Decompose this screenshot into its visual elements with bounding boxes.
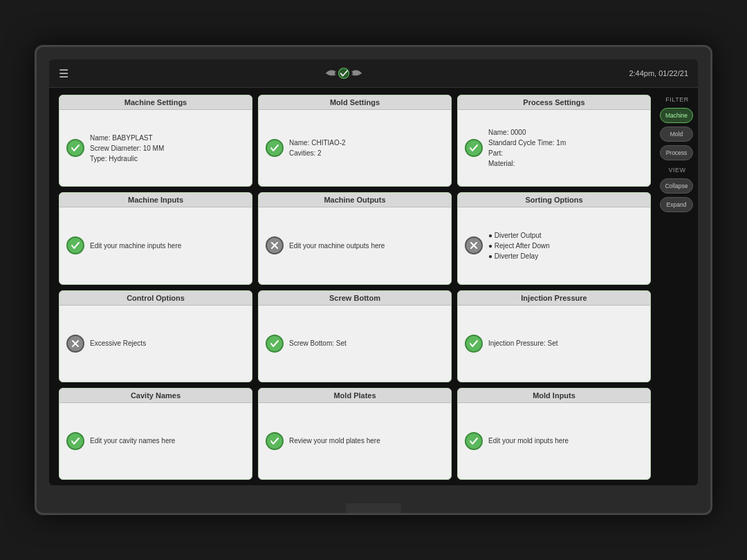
card-sorting-options-status-icon — [465, 236, 483, 254]
view-expand-button[interactable]: Expand — [660, 197, 693, 212]
card-machine-settings-status-icon — [66, 139, 84, 157]
card-process-settings-body: Name: 0000Standard Cycle Time: 1mPart:Ma… — [458, 110, 650, 186]
card-mold-settings[interactable]: Mold SettingsName: CHITIAO-2Cavities: 2 — [258, 95, 452, 187]
card-mold-plates-title: Mold Plates — [259, 389, 451, 403]
main-content: Machine SettingsName: BABYPLASTScrew Dia… — [49, 88, 698, 485]
card-control-options[interactable]: Control OptionsExcessive Rejects — [59, 290, 252, 382]
card-control-options-title: Control Options — [59, 291, 252, 306]
card-cavity-names-text: Edit your cavity names here — [90, 436, 175, 446]
card-machine-outputs-status-icon — [266, 236, 284, 254]
card-machine-inputs-status-icon — [66, 236, 84, 254]
menu-icon[interactable]: ☰ — [59, 67, 68, 80]
card-process-settings-text: Name: 0000Standard Cycle Time: 1mPart:Ma… — [488, 127, 566, 169]
card-injection-pressure-status-icon — [465, 335, 483, 353]
card-control-options-status-icon — [66, 335, 84, 353]
card-mold-inputs-title: Mold Inputs — [458, 389, 650, 403]
header-left: ☰ — [59, 67, 68, 80]
card-sorting-options-title: Sorting Options — [458, 193, 650, 207]
card-mold-settings-status-icon — [266, 139, 284, 157]
cards-grid: Machine SettingsName: BABYPLASTScrew Dia… — [49, 88, 656, 485]
card-sorting-options-text: ● Diverter Output● Reject After Down● Di… — [488, 230, 550, 261]
card-process-settings-status-icon — [465, 139, 483, 157]
card-process-settings-title: Process Settings — [458, 95, 650, 110]
view-collapse-button[interactable]: Collapse — [660, 178, 693, 194]
card-machine-inputs[interactable]: Machine InputsEdit your machine inputs h… — [59, 192, 252, 284]
view-label: VIEW — [660, 167, 694, 174]
card-process-settings[interactable]: Process SettingsName: 0000Standard Cycle… — [457, 95, 651, 187]
card-screw-bottom-text: Screw Bottom: Set — [289, 338, 347, 348]
filter-label: FILTER — [660, 96, 694, 103]
filter-process-button[interactable]: Process — [660, 145, 693, 160]
card-injection-pressure-title: Injection Pressure — [458, 291, 650, 306]
card-machine-settings[interactable]: Machine SettingsName: BABYPLASTScrew Dia… — [59, 95, 252, 187]
card-mold-inputs[interactable]: Mold InputsEdit your mold inputs here — [457, 388, 651, 480]
card-cavity-names-body: Edit your cavity names here — [59, 403, 252, 479]
card-machine-settings-title: Machine Settings — [59, 95, 252, 110]
monitor: ☰ 2:44pm, 01/22/21 — [35, 45, 712, 515]
card-mold-settings-text: Name: CHITIAO-2Cavities: 2 — [289, 138, 346, 158]
card-mold-settings-body: Name: CHITIAO-2Cavities: 2 — [259, 110, 451, 186]
header: ☰ 2:44pm, 01/22/21 — [49, 59, 698, 88]
card-sorting-options[interactable]: Sorting Options● Diverter Output● Reject… — [457, 192, 651, 284]
card-machine-inputs-body: Edit your machine inputs here — [59, 207, 252, 283]
card-mold-inputs-status-icon — [465, 432, 483, 450]
card-mold-inputs-text: Edit your mold inputs here — [488, 436, 569, 446]
card-control-options-body: Excessive Rejects — [59, 306, 252, 382]
card-machine-outputs-title: Machine Outputs — [259, 193, 451, 207]
card-sorting-options-body: ● Diverter Output● Reject After Down● Di… — [458, 207, 650, 283]
card-screw-bottom[interactable]: Screw BottomScrew Bottom: Set — [258, 290, 452, 382]
logo-area — [68, 64, 619, 83]
card-machine-outputs-text: Edit your machine outputs here — [289, 241, 385, 251]
card-cavity-names-title: Cavity Names — [59, 389, 252, 403]
card-screw-bottom-body: Screw Bottom: Set — [259, 306, 451, 382]
card-cavity-names-status-icon — [66, 432, 84, 450]
card-injection-pressure-body: Injection Pressure: Set — [458, 306, 650, 382]
card-mold-plates-body: Review your mold plates here — [259, 403, 451, 479]
card-injection-pressure-text: Injection Pressure: Set — [488, 338, 558, 348]
card-control-options-text: Excessive Rejects — [90, 338, 146, 348]
card-injection-pressure[interactable]: Injection PressureInjection Pressure: Se… — [457, 290, 651, 382]
card-machine-settings-text: Name: BABYPLASTScrew Diameter: 10 MMType… — [90, 133, 164, 164]
card-mold-plates[interactable]: Mold PlatesReview your mold plates here — [258, 388, 452, 480]
card-mold-plates-status-icon — [266, 432, 284, 450]
card-machine-inputs-title: Machine Inputs — [59, 193, 252, 207]
logo-icon — [323, 64, 365, 83]
card-machine-outputs[interactable]: Machine OutputsEdit your machine outputs… — [258, 192, 452, 284]
card-mold-inputs-body: Edit your mold inputs here — [458, 403, 650, 479]
monitor-stand — [346, 503, 401, 513]
sidebar: FILTER Machine Mold Process VIEW Collaps… — [656, 88, 698, 485]
filter-mold-button[interactable]: Mold — [660, 127, 693, 142]
card-mold-plates-text: Review your mold plates here — [289, 436, 380, 446]
card-cavity-names[interactable]: Cavity NamesEdit your cavity names here — [59, 388, 252, 480]
filter-machine-button[interactable]: Machine — [660, 108, 693, 123]
card-machine-inputs-text: Edit your machine inputs here — [90, 241, 181, 251]
card-machine-settings-body: Name: BABYPLASTScrew Diameter: 10 MMType… — [59, 110, 252, 186]
card-machine-outputs-body: Edit your machine outputs here — [259, 207, 451, 283]
screen: ☰ 2:44pm, 01/22/21 — [49, 59, 698, 485]
card-mold-settings-title: Mold Settings — [259, 95, 451, 110]
header-time: 2:44pm, 01/22/21 — [619, 69, 688, 77]
card-screw-bottom-status-icon — [266, 335, 284, 353]
card-screw-bottom-title: Screw Bottom — [259, 291, 451, 306]
